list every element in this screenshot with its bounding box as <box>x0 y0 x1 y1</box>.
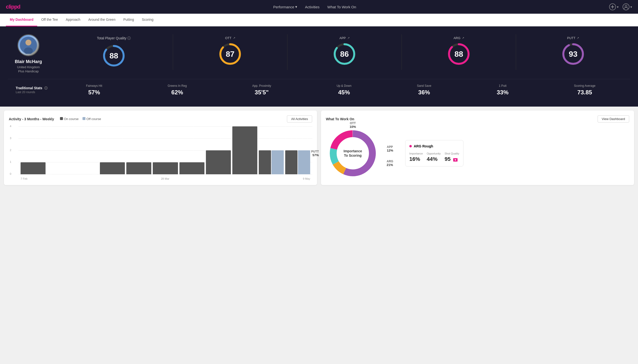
trad-help-icon[interactable]: ⓘ <box>44 86 48 90</box>
putt-value: 93 <box>569 50 577 59</box>
bottom-grid: Activity - 3 Months - Weekly On course O… <box>0 106 638 189</box>
bar-on-course-empty <box>47 174 72 174</box>
what-to-work-on-header: What To Work On View Dashboard <box>326 116 629 122</box>
ott-label: OTT ↗ <box>225 36 235 40</box>
arg-value: 88 <box>454 50 463 59</box>
logo[interactable]: clippd <box>6 4 20 10</box>
user-menu-button[interactable]: ▾ <box>622 4 632 10</box>
svg-point-2 <box>625 5 627 7</box>
nav-performance[interactable]: Performance ▾ <box>273 5 297 9</box>
subnav-my-dashboard[interactable]: My Dashboard <box>6 14 37 26</box>
putt-metric-card: PUTT ↗ 93 <box>516 34 630 70</box>
info-opportunity: Opportunity 44% <box>427 152 441 162</box>
bar-on-course <box>153 162 178 174</box>
bar-on-course <box>259 150 271 174</box>
bar-group <box>73 174 98 174</box>
x-labels: 7 Feb 28 Mar 9 May <box>19 177 312 180</box>
total-quality-label: Total Player Quality ⓘ <box>97 36 131 40</box>
traditional-stats: Traditional Stats ⓘ Last 20 rounds Fairw… <box>8 79 630 101</box>
bar-on-course <box>232 126 257 174</box>
info-importance: Importance 16% <box>409 152 423 162</box>
putt-label: PUTT ↗ <box>567 36 579 40</box>
donut-center-text: ImportanceTo Scoring <box>343 149 362 158</box>
what-to-work-on-card: What To Work On View Dashboard PUTT 57% <box>321 110 634 185</box>
stat-app-proximity: App. Proximity 35'5" <box>252 84 271 96</box>
view-dashboard-button[interactable]: View Dashboard <box>598 116 629 122</box>
quality-help-icon[interactable]: ⓘ <box>127 36 131 40</box>
app-metric-card: APP ↗ 86 <box>287 34 401 70</box>
activity-chart-header: Activity - 3 Months - Weekly On course O… <box>9 116 312 122</box>
bar-on-course <box>206 150 231 174</box>
ott-donut-label: OTT 10% <box>350 122 356 128</box>
bar-group <box>21 162 46 174</box>
nav-activities[interactable]: Activities <box>305 5 319 9</box>
player-country: United Kingdom <box>17 65 40 69</box>
info-shot-quality: Shot Quality 95 ▼ <box>445 152 459 162</box>
nav-what-to-work-on[interactable]: What To Work On <box>327 5 356 9</box>
subnav-around-the-green[interactable]: Around the Green <box>84 14 119 26</box>
metrics-container: Total Player Quality ⓘ 88 OTT ↗ <box>57 34 630 70</box>
avatar <box>17 34 39 56</box>
bar-group <box>179 162 204 174</box>
donut-area: PUTT 57% I <box>326 126 629 180</box>
subnav-approach[interactable]: Approach <box>62 14 84 26</box>
total-quality-value: 88 <box>109 51 118 60</box>
flag-icon: ▼ <box>453 158 458 162</box>
bar-group <box>232 126 257 174</box>
stat-greens-in-reg: Greens In Reg 62% <box>168 84 187 96</box>
ott-value: 87 <box>226 50 235 59</box>
trad-stats-items: Fairways Hit 57% Greens In Reg 62% App. … <box>59 84 622 96</box>
svg-point-4 <box>26 40 31 46</box>
donut-chart: ImportanceTo Scoring <box>326 126 380 180</box>
subnav-putting[interactable]: Putting <box>119 14 138 26</box>
bar-on-course <box>179 162 204 174</box>
player-handicap: Plus Handicap <box>18 70 39 73</box>
app-value: 86 <box>340 50 349 59</box>
putt-ring: 93 <box>561 42 585 66</box>
top-nav: clippd Performance ▾ Activities What To … <box>0 0 638 14</box>
nav-right: ▾ ▾ <box>609 4 632 10</box>
bar-group <box>285 150 310 174</box>
bar-on-course-empty <box>73 174 98 174</box>
activity-chart-area: 4 3 2 1 0 7 Feb 28 Mar 9 May <box>9 126 312 180</box>
arg-ring: 88 <box>447 42 471 66</box>
subnav-off-the-tee[interactable]: Off the Tee <box>37 14 62 26</box>
ott-metric-card: OTT ↗ 87 <box>173 34 287 70</box>
info-card-metrics: Importance 16% Opportunity 44% Shot Qual… <box>409 152 459 162</box>
subnav-scoring[interactable]: Scoring <box>138 14 157 26</box>
dot-indicator <box>409 145 412 148</box>
player-name: Blair McHarg <box>15 59 42 64</box>
trad-label-group: Traditional Stats ⓘ Last 20 rounds <box>16 86 48 94</box>
bar-group <box>47 174 72 174</box>
bar-on-course <box>285 150 297 174</box>
stat-one-putt: 1 Putt 33% <box>497 84 509 96</box>
bar-off-course <box>272 150 284 174</box>
arg-rough-info-card: ARG Rough Importance 16% Opportunity 44%… <box>405 140 464 166</box>
bar-group <box>126 162 151 174</box>
putt-donut-label: PUTT 57% <box>311 150 319 157</box>
arg-label: ARG ↗ <box>453 36 464 40</box>
stat-fairways-hit: Fairways Hit 57% <box>86 84 102 96</box>
stat-sand-save: Sand Save 36% <box>417 84 431 96</box>
sub-nav: My Dashboard Off the Tee Approach Around… <box>0 14 638 26</box>
bar-group <box>206 150 231 174</box>
app-ring: 86 <box>332 42 357 66</box>
all-activities-button[interactable]: All Activities <box>287 116 312 122</box>
bar-off-course <box>298 150 310 174</box>
info-card-title: ARG Rough <box>409 144 459 148</box>
donut-wrapper: PUTT 57% I <box>326 126 380 180</box>
stat-up-and-down: Up & Down 45% <box>337 84 352 96</box>
bar-group <box>153 162 178 174</box>
app-label: APP ↗ <box>339 36 349 40</box>
stat-scoring-avg: Scoring Average 73.85 <box>574 84 595 96</box>
total-quality-ring: 88 <box>102 44 126 68</box>
ott-ring: 87 <box>218 42 242 66</box>
arg-donut-label: ARG 21% <box>386 160 393 167</box>
add-button[interactable]: ▾ <box>609 4 619 10</box>
nav-links: Performance ▾ Activities What To Work On <box>273 5 356 9</box>
bar-on-course <box>21 162 46 174</box>
chart-legend: On course Off course <box>60 117 101 121</box>
total-quality-card: Total Player Quality ⓘ 88 <box>57 34 173 70</box>
what-to-work-on-title: What To Work On <box>326 117 354 121</box>
activity-chart-title: Activity - 3 Months - Weekly <box>9 117 54 121</box>
